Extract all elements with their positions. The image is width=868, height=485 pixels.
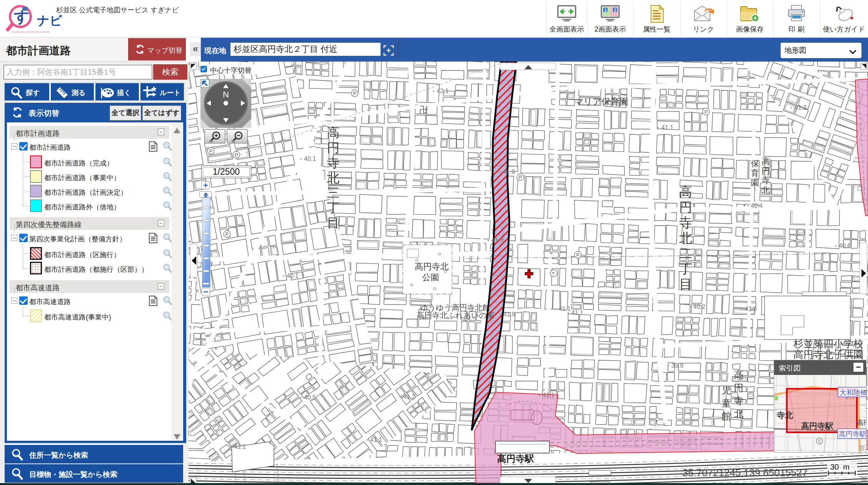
svg-text:児: 児 [722, 385, 731, 395]
svg-text:41.1: 41.1 [559, 306, 571, 312]
svg-text:寺: 寺 [327, 156, 340, 170]
svg-text:41.1: 41.1 [542, 392, 554, 398]
svg-text:S: S [818, 439, 821, 444]
svg-text:マリア保育園: マリア保育園 [574, 97, 628, 107]
svg-text:2: 2 [614, 8, 616, 12]
svg-text:丁: 丁 [327, 201, 340, 215]
svg-text:丁: 丁 [679, 261, 692, 276]
svg-text:40.5: 40.5 [304, 394, 316, 401]
svg-text:N: N [223, 90, 229, 99]
svg-text:高円寺北子供園: 高円寺北子供園 [793, 349, 863, 360]
svg-text:育: 育 [751, 169, 759, 177]
svg-text:童: 童 [722, 398, 731, 408]
svg-text:40.2: 40.2 [693, 303, 705, 310]
svg-text:ナビ: ナビ [37, 13, 62, 27]
svg-text:円: 円 [734, 382, 744, 393]
svg-text:目: 目 [679, 277, 692, 291]
svg-text:寺: 寺 [679, 215, 692, 230]
svg-text:北: 北 [762, 186, 770, 194]
svg-text:P: P [225, 231, 229, 237]
svg-text:40.1: 40.1 [304, 156, 316, 162]
svg-text:円: 円 [327, 140, 340, 155]
svg-text:公園: 公園 [422, 273, 439, 282]
svg-text:P: P [519, 174, 522, 180]
svg-text:ゆうゆう高円寺北館: ゆうゆう高円寺北館 [420, 303, 490, 312]
svg-text:P: P [353, 90, 357, 96]
svg-text:⌂: ⌂ [857, 182, 863, 192]
svg-text:寺北: 寺北 [777, 411, 793, 420]
svg-text:北: 北 [679, 231, 692, 245]
svg-text:大和陸橋: 大和陸橋 [840, 389, 866, 396]
svg-text:40.4: 40.4 [751, 202, 763, 209]
svg-text:P: P [235, 152, 238, 158]
svg-text:高: 高 [762, 157, 770, 166]
svg-text:高円寺駅: 高円寺駅 [801, 421, 834, 430]
svg-text:高円: 高円 [857, 419, 866, 426]
svg-text:〒: 〒 [551, 271, 556, 276]
svg-text:円: 円 [679, 200, 692, 214]
svg-text:寺: 寺 [762, 176, 770, 185]
svg-text:SUGINAMI NAVIGATION SYSTEM: SUGINAMI NAVIGATION SYSTEM [12, 30, 50, 33]
svg-text:41.2: 41.2 [795, 104, 806, 111]
svg-text:42.1: 42.1 [437, 88, 449, 94]
svg-text:P: P [576, 252, 580, 258]
svg-text:41.3: 41.3 [491, 237, 503, 244]
svg-text:目: 目 [327, 216, 340, 230]
svg-text:高: 高 [327, 125, 340, 140]
svg-text:高: 高 [679, 184, 692, 199]
svg-text:杉並第四小学校: 杉並第四小学校 [793, 338, 863, 350]
svg-text:高円寺駅: 高円寺駅 [839, 430, 866, 438]
svg-text:39.9: 39.9 [671, 362, 683, 369]
svg-text:41.1: 41.1 [370, 436, 382, 443]
svg-text:41.9: 41.9 [503, 169, 515, 175]
svg-text:41.1: 41.1 [234, 443, 246, 450]
svg-text:寺: 寺 [734, 395, 744, 406]
svg-text:三: 三 [327, 186, 340, 200]
svg-text:高円寺駅: 高円寺駅 [497, 453, 534, 464]
svg-text:P: P [704, 109, 708, 115]
svg-text:41.1: 41.1 [571, 309, 583, 316]
svg-text:1: 1 [604, 8, 607, 12]
svg-text:高円寺北ふれあいの家: 高円寺北ふれあいの家 [417, 311, 494, 320]
svg-text:40.6: 40.6 [839, 242, 851, 249]
svg-text:高: 高 [734, 369, 744, 380]
svg-text:園: 園 [751, 178, 759, 187]
svg-text:北: 北 [327, 171, 340, 185]
svg-text:卍: 卍 [419, 105, 428, 114]
svg-text:P: P [209, 148, 213, 154]
svg-text:41.6: 41.6 [745, 306, 757, 312]
svg-text:二: 二 [679, 246, 692, 261]
svg-text:保: 保 [751, 159, 759, 168]
svg-text:円: 円 [762, 166, 770, 175]
svg-text:41.1: 41.1 [661, 124, 673, 131]
svg-text:41.9: 41.9 [503, 311, 515, 318]
svg-text:館: 館 [722, 411, 731, 421]
svg-text:高円寺北: 高円寺北 [415, 262, 449, 271]
svg-text:北: 北 [734, 408, 744, 419]
svg-text:41.2: 41.2 [403, 393, 415, 400]
svg-text:40.1: 40.1 [287, 273, 299, 279]
